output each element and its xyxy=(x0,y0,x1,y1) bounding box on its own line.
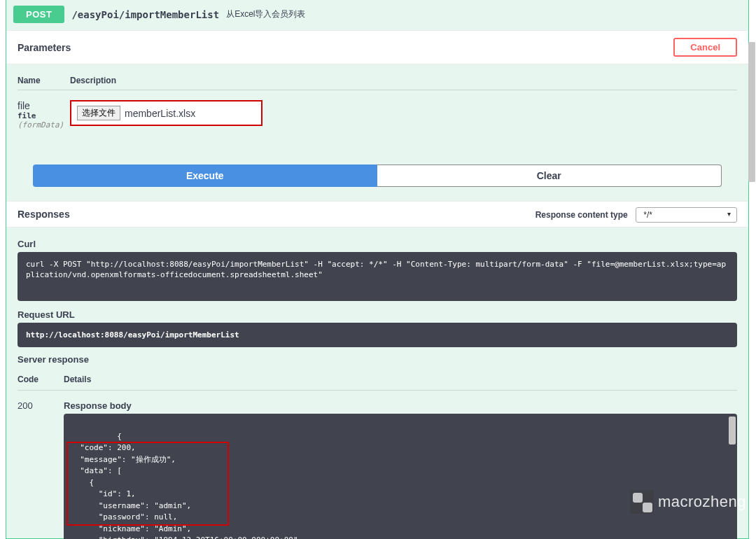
responses-title: Responses xyxy=(18,209,70,220)
response-body-block[interactable]: { "code": 200, "message": "操作成功", "data"… xyxy=(64,414,737,539)
http-method-badge: POST xyxy=(13,6,64,23)
parameters-bar: Parameters Cancel xyxy=(6,30,748,64)
response-content-type-label: Response content type xyxy=(536,210,628,220)
endpoint-summary: 从Excel导入会员列表 xyxy=(226,8,305,20)
response-content-type-value: */* xyxy=(643,210,652,220)
curl-command-block[interactable]: curl -X POST "http://localhost:8088/easy… xyxy=(18,252,737,301)
parameters-body: Name Description file file (formData) 选择… xyxy=(6,64,748,201)
choose-file-button[interactable]: 选择文件 xyxy=(77,106,120,120)
response-status-code: 200 xyxy=(18,400,64,539)
chevron-down-icon: ▾ xyxy=(727,210,731,218)
response-col-code: Code xyxy=(18,374,64,384)
operation-header[interactable]: POST /easyPoi/importMemberList 从Excel导入会… xyxy=(6,0,748,30)
request-url-block[interactable]: http://localhost:8088/easyPoi/importMemb… xyxy=(18,323,737,347)
request-url-label: Request URL xyxy=(18,309,737,320)
chosen-filename: memberList.xlsx xyxy=(125,108,195,119)
param-name: file xyxy=(18,100,70,111)
file-input-highlight: 选择文件 memberList.xlsx xyxy=(70,100,262,126)
response-col-details: Details xyxy=(64,374,737,384)
execute-button[interactable]: Execute xyxy=(33,164,377,187)
clear-button[interactable]: Clear xyxy=(377,164,722,187)
param-col-name: Name xyxy=(18,76,70,85)
responses-body: Curl curl -X POST "http://localhost:8088… xyxy=(6,227,748,539)
parameters-title: Parameters xyxy=(18,42,71,53)
responses-bar: Responses Response content type */* ▾ xyxy=(6,201,748,227)
response-content-type-select[interactable]: */* ▾ xyxy=(636,207,737,223)
server-response-label: Server response xyxy=(18,354,737,365)
param-in: (formData) xyxy=(18,120,70,130)
endpoint-path: /easyPoi/importMemberList xyxy=(71,9,219,20)
curl-label: Curl xyxy=(18,239,737,249)
param-col-description: Description xyxy=(70,76,737,85)
scrollbar-thumb[interactable] xyxy=(729,416,736,444)
parameter-row: file file (formData) 选择文件 memberList.xls… xyxy=(18,90,737,134)
param-type: file xyxy=(18,111,70,120)
page-scrollbar-thumb[interactable] xyxy=(748,42,755,182)
response-body-label: Response body xyxy=(64,400,737,411)
response-body-text: { "code": 200, "message": "操作成功", "data"… xyxy=(71,432,302,539)
cancel-button[interactable]: Cancel xyxy=(673,38,737,57)
